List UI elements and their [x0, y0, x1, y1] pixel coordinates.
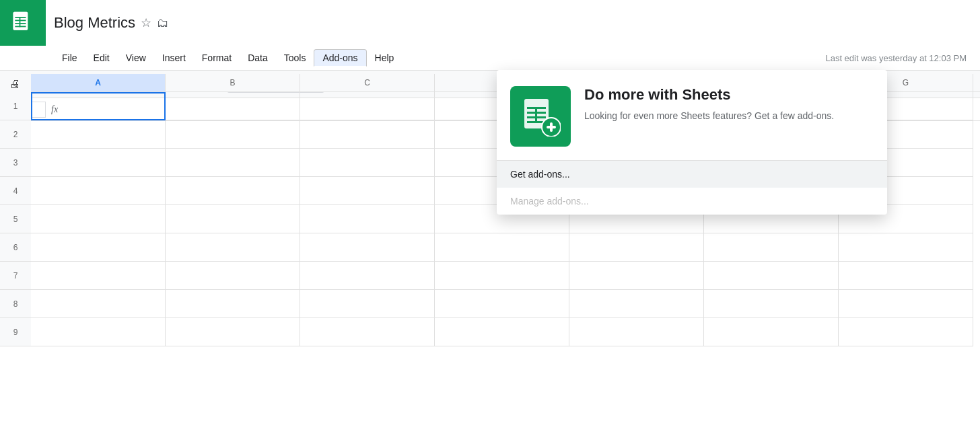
addons-text: Do more with Sheets Looking for even mor… [584, 86, 834, 123]
cell-f6[interactable] [704, 233, 839, 262]
menu-bar: File Edit View Insert Format Data Tools … [0, 46, 980, 70]
menu-format[interactable]: Format [194, 50, 240, 66]
cell-d9[interactable] [435, 318, 569, 346]
cell-a9[interactable] [31, 318, 166, 346]
addons-promo: Do more with Sheets Looking for even mor… [497, 70, 887, 160]
row-numbers: 1 2 3 4 5 6 7 8 9 [0, 92, 31, 346]
cell-c4[interactable] [300, 177, 435, 205]
doc-title: Blog Metrics [54, 14, 135, 32]
cell-a2[interactable] [31, 120, 166, 149]
row-header-8[interactable]: 8 [0, 290, 31, 318]
cell-c8[interactable] [300, 290, 435, 318]
cell-c6[interactable] [300, 233, 435, 262]
svg-rect-15 [550, 122, 553, 132]
cell-f8[interactable] [704, 290, 839, 318]
menu-help[interactable]: Help [367, 50, 403, 66]
cell-e8[interactable] [569, 290, 704, 318]
last-edit: Last edit was yesterday at 12:03 PM [825, 53, 980, 63]
menu-addons[interactable]: Add-ons [314, 49, 366, 67]
svg-rect-12 [535, 107, 537, 123]
svg-rect-6 [20, 17, 21, 27]
cell-g7[interactable] [839, 262, 973, 290]
cell-b1[interactable] [166, 92, 300, 120]
table-row [31, 318, 973, 346]
row-header-4[interactable]: 4 [0, 177, 31, 205]
cell-e7[interactable] [569, 262, 704, 290]
cell-a3[interactable] [31, 149, 166, 177]
cell-b8[interactable] [166, 290, 300, 318]
addons-promo-body: Looking for even more Sheets features? G… [584, 109, 834, 123]
cell-c2[interactable] [300, 120, 435, 149]
cell-c1[interactable] [300, 92, 435, 120]
title-area: Blog Metrics ☆ 🗂 [46, 14, 169, 32]
cell-b2[interactable] [166, 120, 300, 149]
cell-c3[interactable] [300, 149, 435, 177]
cell-b6[interactable] [166, 233, 300, 262]
cell-c5[interactable] [300, 205, 435, 233]
cell-d7[interactable] [435, 262, 569, 290]
cell-g6[interactable] [839, 233, 973, 262]
cell-g8[interactable] [839, 290, 973, 318]
cell-d8[interactable] [435, 290, 569, 318]
cell-g9[interactable] [839, 318, 973, 346]
cell-b3[interactable] [166, 149, 300, 177]
cell-a6[interactable] [31, 233, 166, 262]
get-addons-button[interactable]: Get add-ons... [497, 161, 887, 188]
col-header-c[interactable]: C [300, 74, 435, 91]
cell-d6[interactable] [435, 233, 569, 262]
row-header-7[interactable]: 7 [0, 262, 31, 290]
cell-f7[interactable] [704, 262, 839, 290]
menu-file[interactable]: File [54, 50, 85, 66]
col-header-a[interactable]: A [31, 74, 166, 91]
menu-edit[interactable]: Edit [85, 50, 118, 66]
cell-b5[interactable] [166, 205, 300, 233]
cell-c7[interactable] [300, 262, 435, 290]
row-header-9[interactable]: 9 [0, 318, 31, 346]
table-row [31, 233, 973, 262]
row-header-5[interactable]: 5 [0, 205, 31, 233]
cell-b9[interactable] [166, 318, 300, 346]
table-row [31, 290, 973, 318]
folder-icon[interactable]: 🗂 [157, 16, 169, 30]
row-header-1[interactable]: 1 [0, 92, 31, 120]
cell-a5[interactable] [31, 205, 166, 233]
cell-c9[interactable] [300, 318, 435, 346]
row-header-2[interactable]: 2 [0, 120, 31, 149]
cell-a7[interactable] [31, 262, 166, 290]
manage-addons-button: Manage add-ons... [497, 188, 887, 215]
cell-b4[interactable] [166, 177, 300, 205]
cell-e6[interactable] [569, 233, 704, 262]
col-header-b[interactable]: B [166, 74, 300, 91]
row-header-6[interactable]: 6 [0, 233, 31, 262]
addons-promo-title: Do more with Sheets [584, 86, 834, 104]
menu-data[interactable]: Data [240, 50, 276, 66]
cell-a4[interactable] [31, 177, 166, 205]
cell-e9[interactable] [569, 318, 704, 346]
menu-view[interactable]: View [118, 50, 154, 66]
title-bar: Blog Metrics ☆ 🗂 [0, 0, 980, 46]
table-row [31, 262, 973, 290]
addons-logo-icon [510, 86, 571, 147]
cell-a8[interactable] [31, 290, 166, 318]
row-header-3[interactable]: 3 [0, 149, 31, 177]
menu-insert[interactable]: Insert [154, 50, 194, 66]
cell-f9[interactable] [704, 318, 839, 346]
cell-b7[interactable] [166, 262, 300, 290]
menu-tools[interactable]: Tools [276, 50, 314, 66]
star-icon[interactable]: ☆ [141, 15, 151, 30]
sheets-logo [0, 0, 46, 46]
cell-a1[interactable] [31, 92, 166, 120]
addons-dropdown: Do more with Sheets Looking for even mor… [497, 70, 887, 215]
